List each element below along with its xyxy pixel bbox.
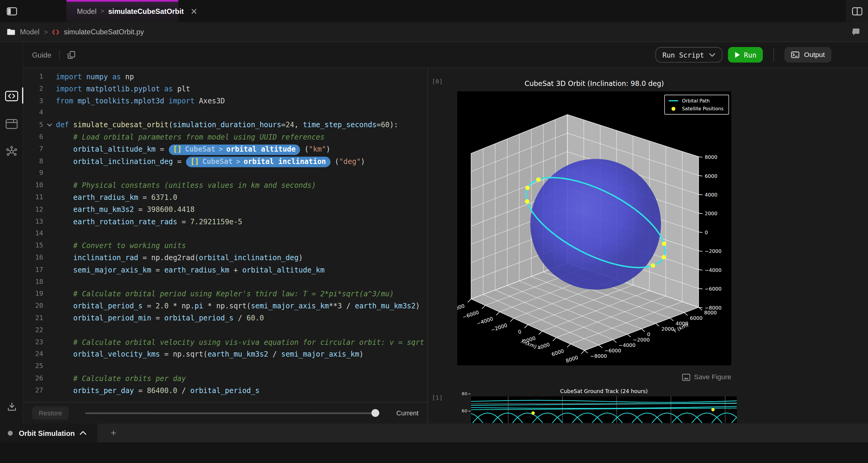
code-line[interactable]: 25 [23, 361, 427, 373]
line-number: 10 [23, 179, 43, 191]
svg-text:0: 0 [647, 332, 650, 337]
download-button[interactable] [0, 400, 23, 413]
code-line[interactable]: 22 [23, 325, 427, 336]
code-line[interactable]: 15 # Convert to working units [23, 240, 427, 252]
line-number: 24 [23, 348, 43, 361]
code-line[interactable]: 19 # Calculate orbital period using Kepl… [23, 288, 427, 300]
code-line[interactable]: 13 earth_rotation_rate_rads = 7.2921159e… [23, 216, 427, 228]
code-editor[interactable]: 1import numpy as np2import matplotlib.py… [23, 68, 427, 402]
code-text: from mpl_toolkits.mplot3d import Axes3D [56, 95, 225, 107]
tab-title: simulateCubeSatOrbit [108, 7, 184, 16]
save-figure-button[interactable]: Save Figure [457, 373, 731, 381]
tab-close-button[interactable] [191, 8, 197, 14]
code-line[interactable]: 5def simulate_cubesat_orbit(simulation_d… [23, 119, 427, 131]
fold-gutter [43, 348, 56, 361]
y-axis-tick-80: 80 [462, 392, 471, 397]
code-line[interactable]: 20 orbital_period_s = 2.0 * np.pi * np.s… [23, 300, 427, 312]
code-text: inclination_rad = np.deg2rad(orbital_inc… [56, 252, 303, 264]
svg-text:−4000: −4000 [619, 342, 636, 348]
tab-breadcrumb-separator: > [100, 7, 104, 15]
comments-button[interactable] [852, 22, 861, 42]
collapse-panel-button[interactable] [80, 431, 87, 435]
split-panel-icon [852, 7, 862, 16]
line-number: 11 [23, 191, 43, 204]
code-line[interactable]: 1import numpy as np [23, 71, 427, 83]
fold-gutter [43, 325, 56, 336]
main-area: Guide Run Script [0, 42, 868, 424]
orbit-3d-plot: 80006000400020000−2000−4000−6000−8000−80… [457, 91, 731, 365]
svg-text:2000: 2000 [705, 211, 717, 216]
line-number: 27 [23, 384, 43, 397]
sidebar-item-model-graph[interactable] [0, 145, 23, 158]
output-button[interactable]: Output [785, 47, 832, 62]
fold-gutter [43, 288, 56, 300]
history-slider-handle[interactable] [371, 409, 379, 416]
line-number: 20 [23, 300, 43, 312]
code-line[interactable]: 2import matplotlib.pyplot as plt [23, 83, 427, 95]
output-cell-marker: [1] [432, 394, 443, 402]
editor-pane: 1import numpy as np2import matplotlib.py… [23, 68, 427, 424]
network-hub-icon [5, 146, 18, 158]
history-slider-track[interactable] [85, 412, 380, 414]
legend-label: Satellite Positions [682, 106, 724, 111]
fold-gutter [43, 204, 56, 216]
code-line[interactable]: 17 semi_major_axis_km = earth_radius_km … [23, 264, 427, 276]
code-text: earth_radius_km = 6371.0 [56, 191, 178, 204]
sidebar-toggle-button[interactable] [0, 0, 23, 22]
model-reference-chip[interactable]: []CubeSat>orbital altitude [168, 144, 300, 155]
restore-button[interactable]: Restore [32, 406, 69, 420]
sidebar-item-code[interactable] [0, 89, 23, 102]
svg-text:−6000: −6000 [705, 286, 721, 292]
bottom-tab-orbit-simulation[interactable]: Orbit Simulation [19, 429, 75, 437]
tab-breadcrumb-root: Model [77, 7, 96, 16]
code-line[interactable]: 8 orbital_inclination_deg = []CubeSat>or… [23, 155, 427, 167]
fold-chevron-icon[interactable] [43, 119, 56, 131]
code-line[interactable]: 3from mpl_toolkits.mplot3d import Axes3D [23, 95, 427, 107]
code-text: # Convert to working units [56, 240, 186, 252]
svg-text:−8000: −8000 [457, 303, 465, 313]
code-text: # Calculate orbital period using Kepler'… [56, 288, 394, 300]
run-script-dropdown[interactable]: Run Script [655, 47, 722, 62]
guide-button[interactable]: Guide [32, 51, 52, 59]
code-line[interactable]: 10 # Physical constants (unitless values… [23, 179, 427, 191]
figure-ground-track-canvas [471, 396, 737, 423]
output-cell-marker: [0] [432, 78, 443, 85]
code-line[interactable]: 24 orbital_velocity_kms = np.sqrt(earth_… [23, 348, 427, 361]
fold-gutter [43, 167, 56, 179]
code-text: orbits_per_day = 86400.0 / orbital_perio… [56, 384, 260, 397]
close-icon [191, 8, 197, 14]
sidebar-item-browser[interactable] [0, 117, 23, 130]
line-number: 15 [23, 240, 43, 252]
line-number: 6 [23, 131, 43, 143]
line-number: 16 [23, 252, 43, 264]
code-line[interactable]: 16 inclination_rad = np.deg2rad(orbital_… [23, 252, 427, 264]
code-line[interactable]: 12 earth_mu_km3s2 = 398600.4418 [23, 204, 427, 216]
breadcrumb-file[interactable]: simulateCubeSatOrbit.py [64, 28, 144, 36]
breadcrumb-root[interactable]: Model [20, 28, 39, 36]
code-line[interactable]: 18 [23, 276, 427, 288]
breadcrumb: Model > simulateCubeSatOrbit.py [0, 22, 868, 42]
editor-tab[interactable]: Model > simulateCubeSatOrbit [66, 0, 178, 22]
code-line[interactable]: 14 [23, 228, 427, 240]
code-line[interactable]: 9 [23, 167, 427, 179]
split-view-button[interactable] [846, 0, 868, 22]
svg-text:−2000: −2000 [633, 337, 650, 343]
code-text: # Calculate orbits per day [56, 373, 186, 384]
chevron-up-icon [80, 431, 87, 435]
code-line[interactable]: 4 [23, 107, 427, 119]
code-line[interactable]: 23 # Calculate orbital velocity using vi… [23, 336, 427, 348]
reference-object-label: CubeSat [185, 144, 216, 156]
code-line[interactable]: 7 orbital_altitude_km = []CubeSat>orbita… [23, 143, 427, 155]
add-tab-button[interactable]: + [111, 428, 116, 438]
run-button[interactable]: Run [728, 47, 763, 62]
svg-text:−4000: −4000 [476, 316, 494, 327]
code-line[interactable]: 6 # Load orbital parameters from model u… [23, 131, 427, 143]
model-reference-chip[interactable]: []CubeSat>orbital inclination [186, 156, 330, 167]
code-line[interactable]: 21 orbital_period_min = orbital_period_s… [23, 312, 427, 325]
plot-legend: Orbital Path Satellite Positions [664, 95, 729, 115]
code-text: # Load orbital parameters from model usi… [56, 131, 324, 143]
code-line[interactable]: 27 orbits_per_day = 86400.0 / orbital_pe… [23, 384, 427, 397]
code-line[interactable]: 26 # Calculate orbits per day [23, 373, 427, 384]
copy-button[interactable] [67, 51, 75, 59]
code-line[interactable]: 11 earth_radius_km = 6371.0 [23, 191, 427, 204]
